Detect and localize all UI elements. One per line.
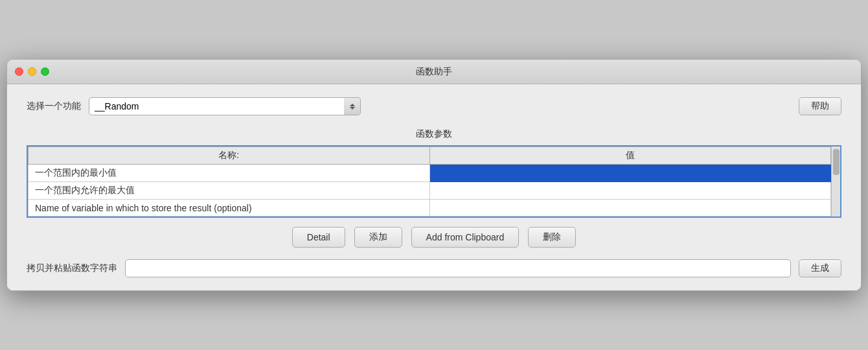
titlebar: 函数助手 bbox=[7, 60, 861, 84]
params-table: 名称: 值 一个范围内的最小值 一个范围内允许的最大值 bbox=[28, 146, 831, 216]
row-value-cell[interactable] bbox=[429, 182, 831, 200]
generate-button[interactable]: 生成 bbox=[799, 259, 841, 277]
row-name-cell[interactable]: Name of variable in which to store the r… bbox=[29, 200, 430, 216]
table-row[interactable]: 一个范围内的最小值 bbox=[29, 165, 831, 182]
function-select-wrapper bbox=[89, 97, 361, 115]
action-buttons-row: Detail 添加 Add from Clipboard 删除 bbox=[27, 227, 841, 248]
column-header-name: 名称: bbox=[29, 147, 430, 165]
function-selector-label: 选择一个功能 bbox=[27, 100, 81, 112]
table-row[interactable]: Name of variable in which to store the r… bbox=[29, 200, 831, 216]
arrow-up-icon bbox=[350, 104, 355, 106]
content-area: 选择一个功能 帮助 函数参数 名称: 值 bbox=[7, 84, 861, 290]
close-button[interactable] bbox=[15, 67, 23, 76]
table-row[interactable]: 一个范围内允许的最大值 bbox=[29, 182, 831, 200]
bottom-row: 拷贝并粘贴函数字符串 生成 bbox=[27, 259, 841, 277]
function-string-input[interactable] bbox=[125, 259, 791, 277]
row-value-cell[interactable] bbox=[429, 165, 831, 182]
row-value-cell[interactable] bbox=[429, 200, 831, 216]
select-dropdown-arrow[interactable] bbox=[344, 97, 361, 115]
row-name-cell[interactable]: 一个范围内允许的最大值 bbox=[29, 182, 430, 200]
params-table-wrapper: 名称: 值 一个范围内的最小值 一个范围内允许的最大值 bbox=[27, 145, 841, 218]
params-section-title: 函数参数 bbox=[27, 128, 841, 140]
scrollbar-track[interactable] bbox=[831, 146, 840, 216]
traffic-lights bbox=[15, 67, 49, 76]
help-button[interactable]: 帮助 bbox=[799, 97, 841, 115]
main-window: 函数助手 选择一个功能 帮助 函数参数 名称: bbox=[6, 59, 862, 291]
row-name-cell[interactable]: 一个范围内的最小值 bbox=[29, 165, 430, 182]
params-table-scroll: 名称: 值 一个范围内的最小值 一个范围内允许的最大值 bbox=[28, 146, 831, 216]
delete-button[interactable]: 删除 bbox=[528, 227, 576, 248]
detail-button[interactable]: Detail bbox=[292, 227, 345, 248]
minimize-button[interactable] bbox=[28, 67, 36, 76]
function-selector-row: 选择一个功能 帮助 bbox=[27, 97, 841, 115]
function-select-input[interactable] bbox=[89, 97, 344, 115]
add-from-clipboard-button[interactable]: Add from Clipboard bbox=[411, 227, 520, 248]
scrollbar-thumb[interactable] bbox=[833, 149, 839, 175]
function-string-label: 拷贝并粘贴函数字符串 bbox=[27, 262, 117, 274]
window-title: 函数助手 bbox=[416, 66, 452, 78]
arrow-down-icon bbox=[350, 107, 355, 110]
maximize-button[interactable] bbox=[41, 67, 49, 76]
add-button[interactable]: 添加 bbox=[354, 227, 402, 248]
column-header-value: 值 bbox=[429, 147, 831, 165]
